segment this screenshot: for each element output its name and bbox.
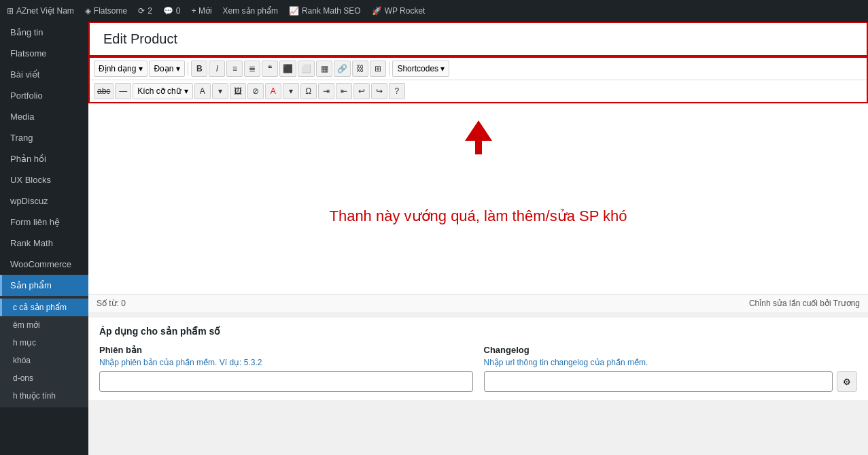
media-button[interactable]: 🖼: [230, 83, 246, 99]
sidebar-item-san-pham[interactable]: Sản phẩm: [0, 275, 88, 296]
flatsome-icon: ◈: [85, 6, 91, 16]
admin-bar: ⊞ AZnet Việt Nam ◈ Flatsome ⟳ 2 💬 0 + Mớ…: [0, 0, 868, 22]
unlink-button[interactable]: ⛓: [352, 61, 368, 77]
changelog-desc: Nhập url thông tin changelog của phần mề…: [484, 358, 858, 367]
outdent-button[interactable]: ⇤: [336, 83, 352, 99]
sidebar-subitem-tags[interactable]: khóa: [0, 352, 88, 369]
sidebar-item-media[interactable]: Media: [0, 106, 88, 127]
redo-button[interactable]: ↪: [371, 83, 387, 99]
chevron-down-icon: ▾: [184, 86, 188, 96]
clear-format-button[interactable]: ⊘: [247, 83, 264, 99]
sidebar-item-form-lien-he[interactable]: Form liên hệ: [0, 212, 88, 233]
sidebar-subitem-add-new[interactable]: êm mới: [0, 316, 88, 334]
ordered-list-button[interactable]: ≣: [244, 61, 260, 77]
sidebar-subitem-addons[interactable]: d-ons: [0, 369, 88, 387]
changelog-input[interactable]: [484, 371, 833, 392]
product-section: Áp dụng cho sản phẩm số Phiên bản Nhập p…: [88, 318, 868, 400]
wprocket-icon: 🚀: [372, 6, 382, 16]
link-button[interactable]: 🔗: [334, 61, 351, 77]
font-color-button[interactable]: A: [194, 83, 211, 99]
sidebar-item-flatsome[interactable]: Flatsome: [0, 43, 88, 64]
editor-content[interactable]: Thanh này vướng quá, làm thêm/sửa SP khó: [88, 103, 868, 294]
font-color2-button[interactable]: A: [265, 83, 281, 99]
comments-icon: 💬: [163, 6, 173, 16]
separator: [188, 62, 188, 75]
editor-footer: Số từ: 0 Chỉnh sửa lần cuối bởi Trương: [88, 294, 868, 312]
arrow-up-indicator: [462, 117, 496, 160]
sidebar-submenu-san-pham: c cả sản phẩm êm mới h mục khóa d-ons h …: [0, 296, 88, 407]
annotation-text: Thanh này vướng quá, làm thêm/sửa SP khó: [329, 207, 627, 225]
svg-marker-0: [465, 120, 492, 154]
align-center-button[interactable]: ⬜: [298, 61, 315, 77]
bold-button[interactable]: B: [191, 61, 207, 77]
admin-bar-updates[interactable]: ⟳ 2: [138, 6, 152, 16]
font-color2-dropdown[interactable]: ▾: [283, 83, 299, 99]
updates-icon: ⟳: [138, 6, 145, 16]
sidebar-item-woocommerce[interactable]: WooCommerce: [0, 254, 88, 275]
format-dropdown[interactable]: Định dạng ▾: [94, 61, 147, 77]
undo-button[interactable]: ↩: [353, 83, 370, 99]
chevron-down-icon: ▾: [176, 64, 180, 73]
admin-bar-site[interactable]: ⊞ AZnet Việt Nam: [7, 6, 74, 16]
admin-bar-rankmath[interactable]: 📈 Rank Math SEO: [289, 6, 361, 16]
last-edit: Chỉnh sửa lần cuối bởi Trương: [749, 299, 860, 308]
help-button[interactable]: ?: [389, 83, 405, 99]
product-fields-row: Phiên bản Nhập phiên bản của phần mềm. V…: [99, 345, 857, 392]
font-size-dropdown[interactable]: Kích cỡ chữ ▾: [133, 83, 192, 99]
separator-2: [389, 62, 389, 75]
sidebar-item-rank-math[interactable]: Rank Math: [0, 233, 88, 254]
indent-button[interactable]: ⇥: [318, 83, 334, 99]
sidebar-subitem-attributes[interactable]: h thuộc tính: [0, 387, 88, 405]
version-input[interactable]: [99, 371, 473, 392]
version-label: Phiên bản: [99, 345, 473, 355]
admin-bar-wprocket[interactable]: 🚀 WP Rocket: [372, 6, 426, 16]
changelog-field-group: Changelog Nhập url thông tin changelog c…: [484, 345, 858, 392]
sidebar-item-bai-viet[interactable]: Bài viết: [0, 64, 88, 85]
font-color-dropdown[interactable]: ▾: [212, 83, 228, 99]
page-title: Edit Product: [103, 31, 853, 47]
blockquote-button[interactable]: ❝: [262, 61, 278, 77]
changelog-label: Changelog: [484, 345, 858, 355]
sidebar-subitem-all-products[interactable]: c cả sản phẩm: [0, 299, 88, 316]
sidebar-item-wpdiscuz[interactable]: wpDiscuz: [0, 190, 88, 212]
special-char-button[interactable]: Ω: [300, 83, 317, 99]
paragraph-dropdown[interactable]: Đoạn ▾: [149, 61, 185, 77]
strikethrough-button[interactable]: abc: [94, 83, 114, 99]
table-button[interactable]: ⊞: [370, 61, 386, 77]
editor-toolbar: Định dạng ▾ Đoạn ▾ B I ≡ ≣ ❝ ⬛ ⬜ ▦ 🔗 ⛓ ⊞: [88, 56, 868, 103]
admin-bar-flatsome[interactable]: ◈ Flatsome: [85, 6, 127, 16]
changelog-settings-button[interactable]: ⚙: [837, 371, 857, 392]
sidebar-item-portfolio[interactable]: Portfolio: [0, 85, 88, 106]
sidebar-item-phan-hoi[interactable]: Phản hồi: [0, 148, 88, 169]
horizontal-rule-button[interactable]: —: [115, 83, 131, 99]
rankmath-icon: 📈: [289, 6, 299, 16]
italic-button[interactable]: I: [209, 61, 225, 77]
sidebar-item-ux-blocks[interactable]: UX Blocks: [0, 169, 88, 190]
content-area: Edit Product Định dạng ▾ Đoạn ▾ B I ≡ ≣ …: [88, 22, 868, 455]
admin-bar-view-product[interactable]: Xem sản phẩm: [223, 6, 278, 16]
admin-bar-comments[interactable]: 💬 0: [163, 6, 181, 16]
wp-icon: ⊞: [7, 6, 14, 16]
align-left-button[interactable]: ⬛: [279, 61, 296, 77]
sidebar-subitem-categories[interactable]: h mục: [0, 334, 88, 352]
unordered-list-button[interactable]: ≡: [226, 61, 243, 77]
edit-product-header: Edit Product: [88, 22, 868, 56]
version-desc: Nhập phiên bản của phần mềm. Ví dụ: 5.3.…: [99, 358, 473, 367]
admin-bar-new[interactable]: + Mới: [192, 6, 212, 16]
product-section-title: Áp dụng cho sản phẩm số: [99, 326, 857, 337]
chevron-down-icon: ▾: [139, 64, 143, 73]
toolbar-row-1: Định dạng ▾ Đoạn ▾ B I ≡ ≣ ❝ ⬛ ⬜ ▦ 🔗 ⛓ ⊞: [90, 58, 867, 80]
toolbar-row-2: abc — Kích cỡ chữ ▾ A ▾ 🖼 ⊘ A ▾ Ω ⇥ ⇤ ↩ …: [90, 80, 867, 102]
shortcodes-dropdown[interactable]: Shortcodes ▾: [392, 61, 449, 77]
align-right-button[interactable]: ▦: [316, 61, 332, 77]
word-count: Số từ: 0: [97, 299, 126, 308]
sidebar-item-bang-tin[interactable]: Bảng tin: [0, 22, 88, 43]
sidebar-item-trang[interactable]: Trang: [0, 127, 88, 148]
version-field-group: Phiên bản Nhập phiên bản của phần mềm. V…: [99, 345, 473, 392]
sidebar: Bảng tin Flatsome Bài viết Portfolio Med…: [0, 22, 88, 455]
